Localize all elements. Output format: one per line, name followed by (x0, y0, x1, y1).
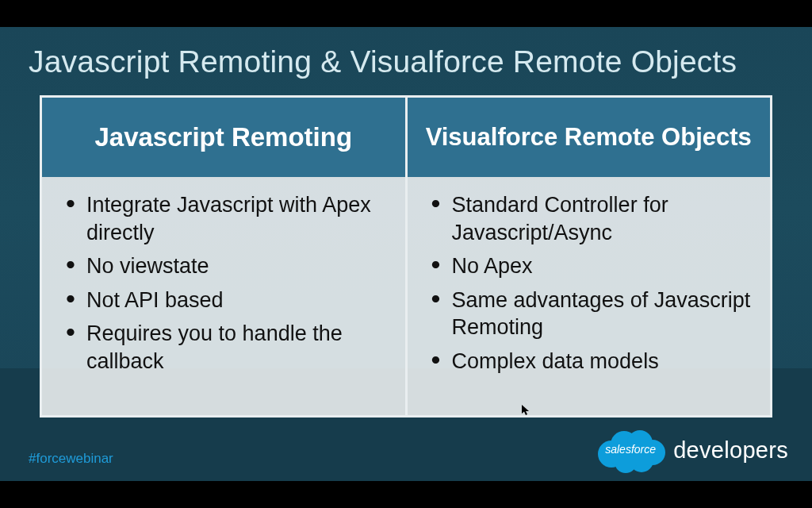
letterbox-bottom (0, 481, 812, 508)
list-item: Complex data models (425, 348, 756, 375)
list-item: Same advantages of Javascript Remoting (425, 287, 756, 341)
letterbox-top (0, 0, 812, 27)
list-item: Integrate Javascript with Apex directly (59, 191, 391, 246)
list-item: No viewstate (59, 252, 391, 280)
list-item: Requires you to handle the callback (59, 320, 391, 375)
brand: salesforce developers (592, 427, 788, 473)
bullet-list: Standard Controller for Javascript/Async… (425, 191, 756, 375)
cloud-label: salesforce (592, 427, 668, 473)
column-body: Standard Controller for Javascript/Async… (408, 177, 771, 415)
slide-title: Javascript Remoting & Visualforce Remote… (29, 44, 737, 79)
brand-word: developers (673, 437, 788, 464)
column-header: Visualforce Remote Objects (408, 98, 771, 177)
slide: Javascript Remoting & Visualforce Remote… (0, 27, 812, 481)
stage: Javascript Remoting & Visualforce Remote… (0, 0, 812, 508)
bullet-list: Integrate Javascript with Apex directly … (59, 191, 391, 375)
list-item: Standard Controller for Javascript/Async (425, 191, 756, 246)
list-item: No Apex (425, 252, 756, 280)
column-header: Javascript Remoting (42, 98, 405, 177)
comparison-column-right: Visualforce Remote Objects Standard Cont… (405, 98, 771, 415)
comparison-table: Javascript Remoting Integrate Javascript… (40, 95, 772, 418)
column-body: Integrate Javascript with Apex directly … (42, 177, 405, 415)
hashtag: #forcewebinar (29, 451, 113, 467)
list-item: Not API based (59, 287, 391, 314)
salesforce-cloud-logo: salesforce (592, 427, 668, 473)
comparison-column-left: Javascript Remoting Integrate Javascript… (42, 98, 405, 415)
cursor-icon (522, 405, 530, 416)
